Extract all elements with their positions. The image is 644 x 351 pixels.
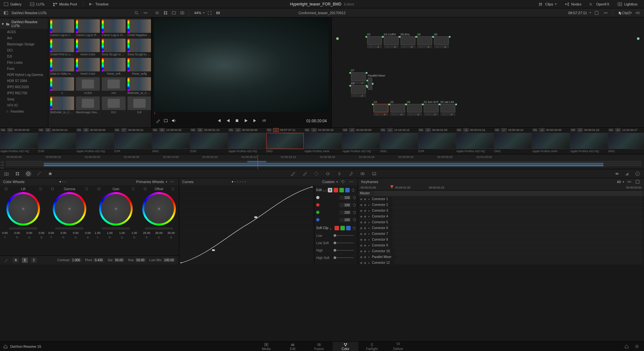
project-settings-button[interactable] xyxy=(634,343,640,350)
media-pool-button[interactable]: Media Pool xyxy=(49,1,81,8)
wheels-opts[interactable] xyxy=(169,179,175,185)
lut-item[interactable]: Data to Video with Clip xyxy=(50,58,74,75)
clips-dropdown[interactable]: Clips▾ xyxy=(535,1,560,8)
page-tab-edit[interactable]: Edit xyxy=(280,342,306,351)
sat-value[interactable]: 50.00 xyxy=(113,258,125,262)
contrast-value[interactable]: 1.000 xyxy=(71,258,82,262)
lut-item[interactable]: Canon Log to Cineon xyxy=(50,19,74,37)
clip-thumbnail[interactable]: V10812:48:54:20DNG xyxy=(152,128,190,154)
wheel-value[interactable]: 0.00 xyxy=(12,231,22,235)
node-06[interactable]: 06▪◢ xyxy=(434,33,449,48)
search-button[interactable] xyxy=(133,10,140,16)
curves-tool-button[interactable] xyxy=(36,171,43,177)
color-wheel[interactable] xyxy=(53,192,86,226)
node-10[interactable]: 10▪◢ xyxy=(390,100,405,116)
jog-wheel[interactable] xyxy=(145,227,174,230)
color-wheel[interactable] xyxy=(99,192,133,226)
lut-tree-item[interactable]: Foos xyxy=(0,66,48,72)
page-tab-deliver[interactable]: Deliver xyxy=(385,342,411,351)
kf-row[interactable]: ◆◆▸Corrector 9 xyxy=(358,243,644,248)
lummix-value[interactable]: 100.00 xyxy=(162,258,175,262)
color-match-button[interactable] xyxy=(14,171,21,177)
reset-icon[interactable] xyxy=(352,226,355,230)
hue-value[interactable]: 50.00 xyxy=(135,258,146,262)
picker-a-button[interactable]: A xyxy=(13,258,19,263)
clip-thumbnail[interactable]: V10500:00:04:14EXR xyxy=(38,128,76,154)
tracker-button[interactable] xyxy=(313,171,319,177)
clip-thumbnail[interactable]: V10600:00:00:00Apple ProRes 422 HQ xyxy=(76,128,114,154)
star-button[interactable] xyxy=(47,171,53,177)
sc-b-button[interactable] xyxy=(346,226,351,230)
sidebar-toggle[interactable] xyxy=(3,10,9,16)
node-05[interactable]: 05 BAL▪◢ xyxy=(401,33,415,48)
split-button[interactable] xyxy=(215,10,221,16)
color-wheel[interactable] xyxy=(6,192,40,226)
lut-tree-item[interactable]: DJI xyxy=(0,53,48,60)
page-tab-fusion[interactable]: Fusion xyxy=(306,342,332,351)
wheel-value[interactable]: 25.00 xyxy=(166,231,176,235)
kf-eye[interactable] xyxy=(626,179,632,185)
page-tab-fairlight[interactable]: Fairlight xyxy=(359,342,385,351)
viewer-timecode[interactable]: 09:57:27:11 xyxy=(568,11,587,15)
color-wheel[interactable] xyxy=(142,192,176,226)
lightbox-button[interactable]: Lightbox xyxy=(614,1,641,8)
key-button[interactable] xyxy=(336,171,343,177)
play-button[interactable] xyxy=(244,118,248,124)
clip-thumbnail[interactable]: V11600:00:01:01Apple ProRes 422 HQ xyxy=(456,128,494,154)
lut-tree-item[interactable]: IPP2 REC709 xyxy=(0,90,48,96)
clip-thumbnail[interactable]: V11414:16:43:12DNG xyxy=(380,128,418,154)
clip-thumbnail[interactable]: V11500:00:01:05EXR xyxy=(418,128,456,154)
ng-opts-button[interactable] xyxy=(634,10,641,16)
wheel-value[interactable]: 0.00 xyxy=(46,231,56,235)
wheel-value[interactable]: 25.00 xyxy=(154,231,164,235)
wheels-mode[interactable]: Primaries Wheels xyxy=(136,180,164,184)
clip-thumbnail[interactable]: V11800:00:00:00Apple ProRes 4444 xyxy=(532,128,570,154)
intensity-value[interactable]: 100 xyxy=(339,196,351,200)
last-frame-button[interactable] xyxy=(253,118,257,124)
link-icon[interactable] xyxy=(323,189,327,192)
viewer-image[interactable] xyxy=(154,17,329,112)
pivot-value[interactable]: 0.435 xyxy=(93,258,104,262)
lut-tree-header[interactable]: ▾ DaVinci Resolve LUTs xyxy=(0,19,48,29)
openfx-button[interactable]: fxOpenFX xyxy=(586,1,613,8)
wheel-value[interactable]: 0.00 xyxy=(0,231,10,235)
softclip-slider[interactable] xyxy=(334,235,354,236)
clip-thumbnail[interactable]: V11718:55:30:12DNG xyxy=(494,128,532,154)
lut-tree-item[interactable]: IPP2 REC2020 xyxy=(0,84,48,90)
node-02[interactable]: 02 sat LIM▪◢ xyxy=(440,100,455,116)
kf-row[interactable]: ◆◆▸Corrector 2 xyxy=(358,202,644,208)
curves-reset[interactable] xyxy=(340,179,346,185)
expand2-button[interactable] xyxy=(593,10,600,16)
favorites-item[interactable]: ☆Favorites xyxy=(0,108,48,115)
jog-wheel[interactable] xyxy=(101,227,130,230)
kf-row[interactable]: ◆◆▸Corrector 6 xyxy=(358,225,644,231)
chan-y-button[interactable]: Y xyxy=(328,188,332,192)
reset-icon[interactable] xyxy=(352,203,356,207)
picker-icon[interactable] xyxy=(5,187,8,191)
clip-thumbnail[interactable]: V11000:00:00:00Apple ProRes 422 HQ xyxy=(228,128,266,154)
curve-editor[interactable] xyxy=(180,187,313,263)
softclip-slider[interactable] xyxy=(334,243,354,243)
picker-icon[interactable] xyxy=(97,187,101,191)
sizing-button[interactable] xyxy=(348,171,354,177)
lut-tree-item[interactable]: VFX IO xyxy=(0,102,48,108)
clip-mode-label[interactable]: Clip xyxy=(622,11,628,15)
kf-row[interactable]: ◆◆▸Corrector 4 xyxy=(358,214,644,219)
link-icon[interactable] xyxy=(330,226,333,230)
softclip-slider[interactable] xyxy=(334,250,354,251)
clip-thumbnail[interactable]: V12012:20:34:17DNG xyxy=(608,128,644,154)
options-button[interactable] xyxy=(142,10,149,16)
clip-thumbnail[interactable]: V10700:00:00:21EXR xyxy=(114,128,152,154)
chan-b-button[interactable] xyxy=(345,188,350,192)
lut-item[interactable]: Cintel Negative to Lin... xyxy=(128,19,151,37)
wheel-value[interactable]: 1.00 xyxy=(129,231,139,235)
opts2-button[interactable] xyxy=(602,10,609,16)
luts-button[interactable]: LUTs xyxy=(26,1,48,8)
timeline-name[interactable]: Conformed_teaser_20170912 xyxy=(298,11,346,15)
node-03[interactable]: 03▪◢ xyxy=(367,33,382,48)
lut-item[interactable]: Blackmagic Design xyxy=(76,97,100,114)
lut-tree-item[interactable]: Blackmagic Design xyxy=(0,41,48,47)
clip-thumbnail[interactable]: V31900:00:01:22Apple ProRes 422 HQ xyxy=(570,128,608,154)
img-wipe-button[interactable] xyxy=(164,118,168,124)
window-button[interactable] xyxy=(301,171,308,177)
